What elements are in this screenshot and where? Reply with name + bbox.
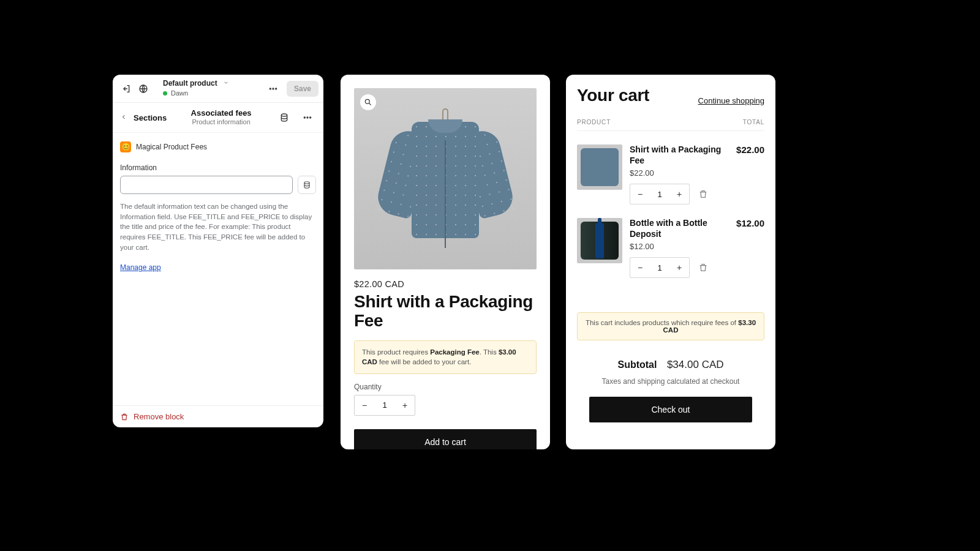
qty-minus-button[interactable]: − [355,400,374,410]
item-qty-stepper: − 1 + [630,257,690,278]
chevron-down-icon [223,80,229,88]
zoom-icon[interactable] [360,94,376,110]
section-title: Associated fees [173,109,270,118]
app-name: Magical Product Fees [136,143,207,151]
product-price: $22.00 CAD [354,279,537,289]
svg-point-9 [365,99,369,103]
theme-editor-panel: Default product Dawn Save Sections Assoc… [113,75,323,427]
item-unit-price: $22.00 [630,168,729,178]
item-unit-price: $12.00 [630,242,729,251]
svg-point-5 [304,117,305,118]
template-name: Default product [163,79,217,88]
product-page-panel: $22.00 CAD Shirt with a Packaging Fee Th… [341,75,550,449]
svg-point-3 [276,88,277,89]
svg-point-2 [273,88,274,89]
exit-icon[interactable] [118,80,135,97]
svg-point-6 [307,117,308,118]
subtotal-label: Subtotal [617,359,657,370]
remove-block-label: Remove block [134,412,184,421]
cart-fee-notice: This cart includes products which requir… [577,312,764,340]
qty-plus-button[interactable]: + [669,263,689,272]
qty-value: 1 [374,400,395,410]
col-total: TOTAL [743,119,764,126]
help-text: The default information text can be chan… [120,201,316,252]
item-thumb [577,218,622,263]
remove-item-button[interactable] [698,263,708,272]
item-name: Shirt with a Packaging Fee [630,144,729,166]
breadcrumb-sections[interactable]: Sections [134,113,167,122]
trash-icon [120,413,129,421]
quantity-label: Quantity [354,383,537,391]
section-subtitle: Product information [173,118,270,126]
cart-item: Bottle with a Bottle Deposit $12.00 − 1 … [577,218,764,278]
col-product: PRODUCT [577,119,611,126]
qty-minus-button[interactable]: − [630,189,650,199]
cart-item: Shirt with a Packaging Fee $22.00 − 1 + … [577,144,764,204]
product-title: Shirt with a Packaging Fee [354,293,537,331]
section-header: Sections Associated fees Product informa… [113,103,323,133]
tax-note: Taxes and shipping calculated at checkou… [577,377,764,386]
more-icon[interactable] [265,80,282,97]
item-qty-stepper: − 1 + [630,184,690,204]
svg-point-1 [270,88,271,89]
editor-top-bar: Default product Dawn Save [113,75,323,103]
item-line-total: $22.00 [736,144,764,204]
template-selector[interactable]: Default product Dawn [152,80,265,97]
qty-plus-button[interactable]: + [669,189,689,199]
data-source-icon[interactable] [276,109,293,126]
save-button[interactable]: Save [287,81,318,97]
item-name: Bottle with a Bottle Deposit [630,218,729,239]
item-thumb [577,144,622,190]
qty-plus-button[interactable]: + [395,400,415,410]
product-image [354,88,537,269]
information-input[interactable] [120,176,293,194]
continue-shopping-link[interactable]: Continue shopping [698,96,764,105]
svg-point-4 [281,114,287,116]
fee-notice: This product requires Packaging Fee. Thi… [354,340,537,374]
quantity-stepper: − 1 + [354,395,415,416]
item-line-total: $12.00 [736,218,764,278]
manage-app-link[interactable]: Manage app [120,263,161,272]
add-to-cart-button[interactable]: Add to cart [354,429,537,449]
subtotal-value: $34.00 CAD [667,359,724,370]
svg-point-7 [310,117,311,118]
theme-name: Dawn [171,89,188,97]
app-icon: 😊 [120,141,131,152]
cart-column-headers: PRODUCT TOTAL [577,119,764,131]
section-more-icon[interactable] [299,109,316,126]
checkout-button[interactable]: Check out [589,397,752,422]
item-qty: 1 [650,190,669,199]
qty-minus-button[interactable]: − [630,263,650,272]
svg-point-8 [304,182,309,184]
back-icon[interactable] [120,112,127,123]
app-row: 😊 Magical Product Fees [120,139,316,159]
item-qty: 1 [650,263,669,272]
dynamic-source-icon[interactable] [298,176,316,194]
status-dot [163,91,167,96]
cart-title: Your cart [577,86,649,105]
subtotal-row: Subtotal $34.00 CAD [577,359,764,371]
cart-panel: Your cart Continue shopping PRODUCT TOTA… [566,75,775,449]
shirt-illustration [378,108,513,249]
remove-item-button[interactable] [698,189,708,199]
globe-icon[interactable] [135,80,152,97]
remove-block-button[interactable]: Remove block [113,405,323,427]
information-label: Information [120,163,316,172]
